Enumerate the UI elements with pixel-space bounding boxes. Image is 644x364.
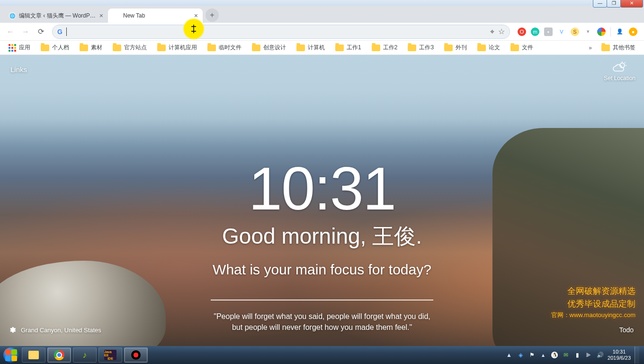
extension-icon[interactable]: ▾ <box>584 27 592 36</box>
taskbar-app-chrome[interactable] <box>47 347 71 363</box>
extension-icon[interactable]: ▪ <box>544 27 553 36</box>
text-cursor <box>66 27 67 36</box>
bookmark-folder[interactable]: 素材 <box>75 42 107 54</box>
bookmark-label: 计算机应用 <box>169 44 197 52</box>
bookmarks-bar: 应用 个人档 素材 官方站点 计算机应用 临时文件 创意设计 计算机 工作1 工… <box>0 41 644 55</box>
apps-button[interactable]: 应用 <box>4 42 35 54</box>
folder-icon <box>28 351 39 359</box>
bookmark-folder[interactable]: 外刊 <box>439 42 472 54</box>
photo-location-text: Grand Canyon, United States <box>21 327 101 334</box>
bookmark-folder[interactable]: 工作3 <box>403 42 438 54</box>
extension-icon[interactable]: S <box>571 27 579 36</box>
extension-icon[interactable]: V <box>557 27 566 36</box>
tab-close-icon[interactable]: × <box>99 12 103 19</box>
folder-icon <box>510 45 519 51</box>
gear-icon[interactable] <box>9 326 16 334</box>
bookmark-folder[interactable]: 官方站点 <box>108 42 152 54</box>
taskbar-app-explorer[interactable] <box>22 347 45 363</box>
focus-input[interactable] <box>211 286 433 300</box>
location-target-icon[interactable]: ⌖ <box>490 27 494 36</box>
folder-icon <box>80 45 88 51</box>
wechat-icon[interactable]: ✉ <box>562 351 570 359</box>
divider <box>610 27 611 36</box>
taskbar-clock[interactable]: 10:31 2019/6/23 <box>608 349 631 361</box>
photo-location[interactable]: Grand Canyon, United States <box>9 326 101 334</box>
bookmark-folder[interactable]: 创意设计 <box>247 42 291 54</box>
bookmark-star-icon[interactable]: ☆ <box>498 27 505 36</box>
other-bookmarks[interactable]: 其他书签 <box>597 42 640 54</box>
bookmark-label: 外刊 <box>456 44 467 52</box>
cursor-highlight <box>184 19 204 39</box>
tray-overflow-icon[interactable]: ▲ <box>505 351 513 359</box>
browser-toolbar: ← → ⟳ G ⌖ ☆ O m ▪ V S ▾ 👤 ● <box>0 23 644 41</box>
watermark-text: 全网破解资源精选 优秀毕设成品定制 官网：www.maotouyingcc.co… <box>551 285 635 320</box>
bookmark-label: 计算机 <box>308 44 325 52</box>
windows-taskbar: ♪ Java EEIDE ▲ ◈ ⚑ ▴ 🐧 ✉ ▮ ⫸ 🔊 10:31 201… <box>0 346 644 364</box>
address-bar[interactable]: G ⌖ ☆ <box>52 25 510 39</box>
bookmark-folder[interactable]: 论文 <box>473 42 505 54</box>
bookmark-label: 临时文件 <box>219 44 242 52</box>
weather-icon <box>613 62 627 73</box>
apps-label: 应用 <box>19 44 30 52</box>
tray-expand-icon[interactable]: ▴ <box>539 351 547 359</box>
window-maximize-button[interactable]: ❐ <box>607 0 621 8</box>
security-shield-icon[interactable]: ◈ <box>517 351 524 359</box>
tab-favicon <box>113 12 120 19</box>
taskbar-app-javaee[interactable]: Java EEIDE <box>98 347 122 363</box>
extension-icon[interactable] <box>597 27 606 36</box>
start-button[interactable] <box>2 347 20 363</box>
bookmark-folder[interactable]: 计算机 <box>292 42 330 54</box>
bookmarks-overflow-icon[interactable]: » <box>585 45 596 51</box>
bookmark-folder[interactable]: 个人档 <box>36 42 74 54</box>
todo-button[interactable]: Todo <box>619 326 634 334</box>
battery-icon[interactable]: ▮ <box>573 351 581 359</box>
bookmark-label: 工作3 <box>419 44 434 52</box>
folder-icon <box>41 45 49 51</box>
taskbar-app-music[interactable]: ♪ <box>73 347 97 363</box>
bookmark-label: 官方站点 <box>124 44 147 52</box>
forward-button[interactable]: → <box>19 25 32 38</box>
extension-icons: O m ▪ V S ▾ 👤 ● <box>515 27 640 36</box>
wifi-icon[interactable]: ⫸ <box>585 351 592 359</box>
svg-line-3 <box>625 63 626 64</box>
tab-wordpress[interactable]: 🌐 编辑文章 ‹ 猫头鹰 — WordPres × <box>4 9 108 23</box>
reload-button[interactable]: ⟳ <box>34 25 47 38</box>
links-button[interactable]: Links <box>10 65 27 73</box>
action-center-flag-icon[interactable]: ⚑ <box>528 351 536 359</box>
show-desktop-button[interactable] <box>635 346 639 364</box>
bookmark-folder[interactable]: 文件 <box>506 42 538 54</box>
folder-icon <box>408 45 416 51</box>
taskbar-app-recorder[interactable] <box>124 347 148 363</box>
extension-icon[interactable]: ● <box>629 27 637 36</box>
taskbar-date: 2019/6/23 <box>608 355 631 361</box>
bookmark-folder[interactable]: 临时文件 <box>203 42 246 54</box>
bookmark-label: 工作2 <box>383 44 398 52</box>
tab-close-icon[interactable]: × <box>194 12 198 19</box>
taskbar-time: 10:31 <box>608 349 631 355</box>
volume-icon[interactable]: 🔊 <box>596 351 604 359</box>
focus-question: What is your main focus for today? <box>0 262 644 278</box>
folder-icon <box>444 45 453 51</box>
profile-avatar-icon[interactable]: 👤 <box>616 27 624 36</box>
google-icon: G <box>57 28 63 36</box>
weather-widget[interactable]: Set Location <box>604 62 635 82</box>
tab-title: 编辑文章 ‹ 猫头鹰 — WordPres <box>19 12 97 20</box>
bookmark-folder[interactable]: 计算机应用 <box>152 42 202 54</box>
quote-line: "People will forget what you said, peopl… <box>214 312 430 320</box>
tray-app-icon[interactable]: 🐧 <box>551 351 558 359</box>
back-button[interactable]: ← <box>4 25 17 38</box>
globe-icon: 🌐 <box>9 12 16 19</box>
extension-icon[interactable]: m <box>531 27 539 36</box>
window-minimize-button[interactable]: — <box>593 0 607 8</box>
bookmark-folder[interactable]: 工作2 <box>367 42 402 54</box>
new-tab-button[interactable]: + <box>206 9 219 22</box>
extension-icon[interactable]: O <box>518 27 526 36</box>
chrome-icon <box>54 350 64 360</box>
window-close-button[interactable]: ✕ <box>620 0 643 8</box>
folder-icon <box>477 45 486 51</box>
tab-title: New Tab <box>123 12 191 19</box>
bookmark-folder[interactable]: 工作1 <box>331 42 366 54</box>
ide-icon: Java EEIDE <box>104 350 116 360</box>
greeting-text: Good morning, 王俊. <box>0 222 644 251</box>
bookmark-label: 文件 <box>522 44 533 52</box>
